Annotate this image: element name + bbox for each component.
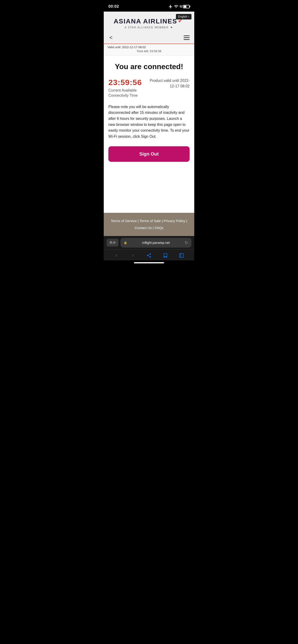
english-label: English — [178, 15, 187, 18]
connected-title: You are connected! — [108, 62, 190, 71]
header: English › ASIANA AIRLINES✓ A STAR ALLIAN… — [104, 12, 194, 44]
english-arrow: › — [188, 15, 189, 18]
browser-forward-button[interactable] — [127, 252, 138, 259]
sign-out-button[interactable]: Sign Out — [108, 146, 190, 162]
svg-rect-0 — [180, 254, 184, 258]
status-bar: 00:02 52 — [104, 0, 194, 12]
content-spacer — [104, 171, 194, 213]
separator-2: | — [162, 219, 164, 223]
airline-logo: ASIANA AIRLINES✓ A STAR ALLIANCE MEMBER … — [114, 18, 184, 29]
validity-bar: Valid until: 2022-12-17 08:02 Time left:… — [104, 44, 194, 56]
bookmarks-button[interactable] — [160, 252, 171, 259]
home-indicator — [104, 260, 194, 267]
hamburger-line-2 — [184, 37, 190, 38]
airline-name: ASIANA AIRLINES✓ — [114, 18, 184, 25]
main-content: You are connected! 23:59:56 Current Avai… — [104, 56, 194, 171]
notice-text: Please note you will be automatically di… — [108, 104, 190, 140]
bottom-nav — [104, 250, 194, 260]
separator-3: | — [186, 219, 187, 223]
star-alliance: A STAR ALLIANCE MEMBER ✦ — [114, 26, 184, 29]
wifi-icon — [174, 4, 178, 8]
battery-box — [183, 5, 190, 8]
footer-links: Terms of Service | Terms of Sale | Priva… — [107, 218, 191, 231]
english-button[interactable]: English › — [176, 14, 191, 20]
share-button[interactable] — [144, 252, 154, 259]
stats-row: 23:59:56 Current Available Connectivity … — [108, 78, 190, 98]
back-button[interactable]: < — [107, 34, 114, 42]
browser-bar: 大小 🔒 inflight.pacwisp.net ↻ — [104, 236, 194, 250]
star-alliance-icon: ✦ — [170, 26, 173, 29]
separator-1: | — [138, 219, 139, 223]
status-icons: 52 — [168, 4, 190, 8]
terms-of-sale-link[interactable]: Terms of Sale — [139, 219, 161, 223]
lock-icon: 🔒 — [124, 241, 127, 244]
contact-us-link[interactable]: Contact Us — [135, 226, 152, 230]
connectivity-time-label: Current Available Connectivity Time — [108, 88, 149, 98]
faqs-link[interactable]: FAQs — [155, 226, 163, 230]
hamburger-menu[interactable] — [183, 34, 191, 41]
nav-row: < — [107, 32, 191, 44]
time-left-value: 23:59:56 — [150, 50, 162, 53]
terms-of-service-link[interactable]: Terms of Service — [111, 219, 137, 223]
connectivity-time-value: 23:59:56 — [108, 78, 149, 87]
status-time: 00:02 — [108, 4, 119, 9]
product-valid: Product valid until 2022-12-17 08:02 — [149, 78, 190, 89]
browser-back-button[interactable] — [111, 252, 122, 259]
battery-indicator: 52 — [180, 5, 190, 8]
url-bar[interactable]: 🔒 inflight.pacwisp.net ↻ — [120, 238, 191, 248]
battery-fill — [184, 6, 186, 8]
plane-icon — [168, 4, 173, 8]
connectivity-time-block: 23:59:56 Current Available Connectivity … — [108, 78, 149, 98]
url-text: inflight.pacwisp.net — [129, 241, 183, 244]
privacy-policy-link[interactable]: Privacy Policy — [164, 219, 185, 223]
tabs-button[interactable] — [176, 252, 187, 259]
valid-until: Valid until: 2022-12-17 08:02 — [107, 46, 191, 49]
footer: Terms of Service | Terms of Sale | Priva… — [104, 213, 194, 236]
time-left-label: Time left: — [136, 50, 149, 53]
text-size-button[interactable]: 大小 — [107, 239, 119, 247]
hamburger-line-3 — [184, 39, 190, 40]
battery-percent: 52 — [180, 5, 183, 8]
time-left-row: Time left: 23:59:56 — [107, 49, 191, 54]
reload-button[interactable]: ↻ — [185, 240, 188, 245]
home-bar — [134, 262, 164, 263]
hamburger-line-1 — [184, 36, 190, 36]
